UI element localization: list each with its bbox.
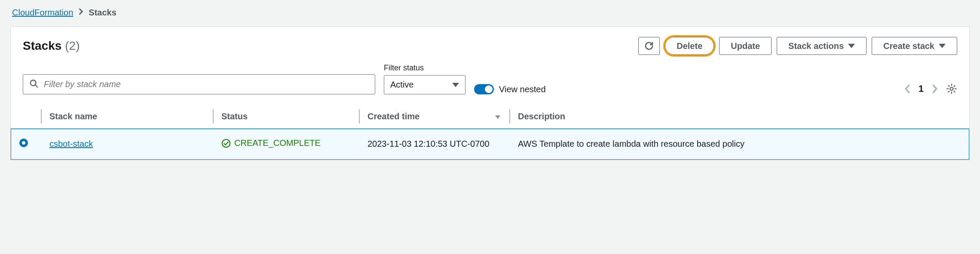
breadcrumb-root-link[interactable]: CloudFormation bbox=[12, 8, 73, 18]
filter-status-value: Active bbox=[390, 80, 413, 90]
settings-button[interactable] bbox=[946, 83, 957, 94]
chevron-right-icon bbox=[78, 8, 83, 18]
prev-page-button[interactable] bbox=[904, 84, 911, 94]
caret-down-icon bbox=[939, 44, 946, 48]
filter-status-select[interactable]: Active bbox=[384, 75, 466, 94]
delete-button[interactable]: Delete bbox=[665, 37, 714, 55]
row-radio[interactable] bbox=[19, 139, 28, 147]
svg-point-3 bbox=[222, 139, 230, 147]
created-time-cell: 2023-11-03 12:10:53 UTC-0700 bbox=[359, 129, 509, 160]
filter-status-label: Filter status bbox=[384, 64, 466, 73]
page-number: 1 bbox=[919, 83, 924, 94]
toggle-knob bbox=[485, 85, 493, 93]
breadcrumb: CloudFormation Stacks bbox=[10, 8, 970, 18]
caret-down-icon bbox=[848, 44, 855, 48]
search-icon bbox=[29, 79, 39, 90]
svg-line-1 bbox=[35, 85, 38, 88]
table-row[interactable]: csbot-stack CREATE_COMPLETE bbox=[11, 129, 969, 160]
delete-button-label: Delete bbox=[677, 41, 702, 51]
stack-name-link[interactable]: csbot-stack bbox=[49, 139, 93, 148]
pagination: 1 bbox=[904, 83, 957, 94]
stack-count: (2) bbox=[65, 39, 80, 53]
caret-down-icon bbox=[452, 83, 459, 87]
col-header-description[interactable]: Description bbox=[509, 105, 969, 129]
search-input[interactable] bbox=[44, 79, 369, 89]
col-header-name[interactable]: Stack name bbox=[41, 105, 213, 129]
col-header-status[interactable]: Status bbox=[213, 105, 359, 129]
create-stack-label: Create stack bbox=[883, 41, 934, 51]
refresh-icon bbox=[644, 41, 654, 51]
next-page-button[interactable] bbox=[931, 84, 938, 94]
status-text: CREATE_COMPLETE bbox=[234, 138, 321, 148]
update-button[interactable]: Update bbox=[719, 37, 772, 55]
create-stack-button[interactable]: Create stack bbox=[872, 37, 957, 55]
stack-actions-label: Stack actions bbox=[788, 41, 844, 51]
view-nested-toggle[interactable] bbox=[474, 84, 494, 94]
page-title: Stacks bbox=[23, 39, 61, 53]
check-circle-icon bbox=[221, 139, 231, 148]
refresh-button[interactable] bbox=[638, 37, 660, 55]
stack-actions-button[interactable]: Stack actions bbox=[777, 37, 867, 55]
stacks-panel: Stacks (2) Delete Update Stack actions bbox=[10, 26, 970, 160]
update-button-label: Update bbox=[731, 41, 760, 51]
col-header-created[interactable]: Created time bbox=[359, 105, 509, 129]
view-nested-label: View nested bbox=[499, 85, 546, 94]
svg-point-2 bbox=[950, 88, 953, 91]
description-cell: AWS Template to create lambda with resou… bbox=[509, 129, 969, 160]
status-badge: CREATE_COMPLETE bbox=[221, 138, 321, 148]
sort-caret-icon bbox=[495, 112, 501, 121]
stacks-table: Stack name Status Created time Descripti… bbox=[11, 105, 969, 160]
search-container bbox=[23, 74, 375, 94]
breadcrumb-current: Stacks bbox=[89, 8, 116, 18]
